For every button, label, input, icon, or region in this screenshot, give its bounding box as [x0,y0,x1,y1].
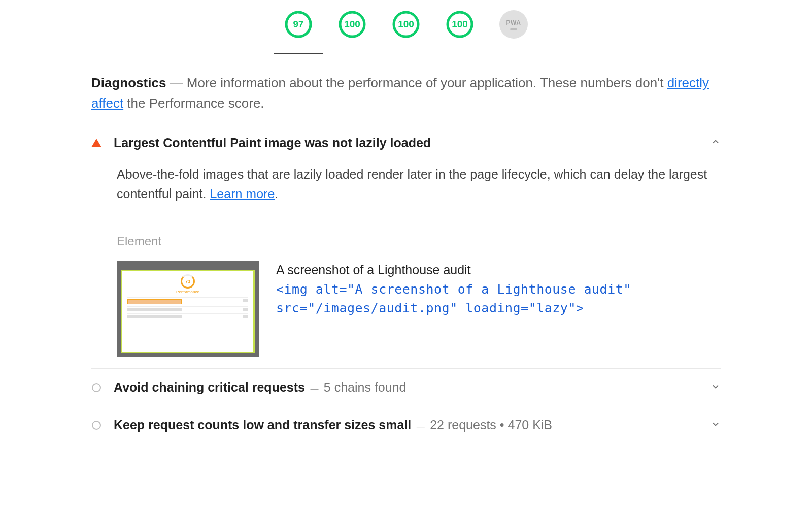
pwa-dash-icon [510,28,517,30]
score-value: 100 [392,10,420,39]
score-seo[interactable]: 100 [446,10,474,39]
chevron-down-icon [710,419,721,431]
chevron-down-icon [710,381,721,394]
audit-critical-chains: Avoid chaining critical requests — 5 cha… [91,368,721,406]
score-performance[interactable]: 97 [284,10,313,39]
audit-lcp-lazy: Largest Contentful Paint image was not l… [91,124,721,369]
audit-subtext: 22 requests • 470 KiB [430,418,552,432]
score-value: 97 [284,10,313,39]
diagnostics-title: Diagnostics [91,75,166,90]
element-column-header: Element [117,234,721,248]
score-value: 100 [338,10,366,39]
score-best-practices[interactable]: 100 [392,10,420,39]
element-code-snippet: <img alt="A screenshot of a Lighthouse a… [276,280,721,318]
audit-request-counts: Keep request counts low and transfer siz… [91,406,721,443]
audit-toggle[interactable]: Avoid chaining critical requests — 5 cha… [91,380,721,395]
score-value: 100 [446,10,474,39]
element-thumbnail[interactable]: 73 Performance [117,261,259,357]
learn-more-link[interactable]: Learn more [210,186,275,201]
audit-toggle[interactable]: Keep request counts low and transfer siz… [91,418,721,432]
audit-title: Largest Contentful Paint image was not l… [114,136,431,150]
diagnostics-header: Diagnostics — More information about the… [91,73,721,114]
score-pwa[interactable]: PWA [499,10,528,39]
audit-description: Above-the-fold images that are lazily lo… [117,165,721,204]
audit-toggle[interactable]: Largest Contentful Paint image was not l… [91,136,721,150]
thumb-label: Performance [176,290,199,294]
active-tab-underline [274,53,323,54]
scores-bar: 97 100 100 100 PWA [0,0,812,54]
element-caption: A screenshot of a Lighthouse audit [276,261,721,280]
audit-subtext: 5 chains found [324,380,407,394]
audit-title: Keep request counts low and transfer siz… [114,418,411,432]
content: Diagnostics — More information about the… [91,54,721,443]
info-circle-icon [91,383,101,392]
thumb-score: 73 [181,274,195,289]
warning-triangle-icon [91,139,101,147]
info-circle-icon [91,421,101,430]
score-accessibility[interactable]: 100 [338,10,366,39]
diagnostics-desc-prefix: More information about the performance o… [187,75,667,90]
chevron-up-icon [710,137,721,149]
pwa-label: PWA [506,19,521,26]
audit-title: Avoid chaining critical requests [114,380,305,394]
diagnostics-desc-suffix: the Performance score. [127,95,264,111]
